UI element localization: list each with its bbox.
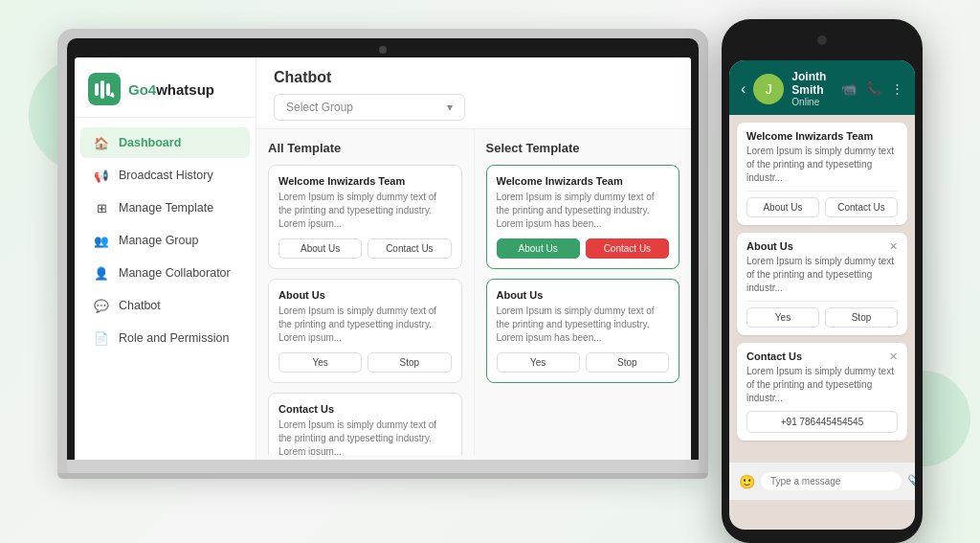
sidebar-nav: 🏠 Dashboard 📢 Broadcast History ⊞ Manage… xyxy=(75,118,256,363)
msg-title-about: About Us xyxy=(746,240,898,252)
sidebar-label-dashboard: Dashboard xyxy=(119,136,181,149)
selected-about-us-button[interactable]: About Us xyxy=(497,238,580,259)
sidebar-item-manage-collaborator[interactable]: 👤 Manage Collaborator xyxy=(80,258,250,288)
video-call-icon[interactable]: 📹 xyxy=(841,81,857,96)
template-card-contact[interactable]: Contact Us Lorem Ipsum is simply dummy t… xyxy=(268,393,462,455)
call-icon[interactable]: 📞 xyxy=(866,81,881,96)
phone-action-icons: 📹 📞 ⋮ xyxy=(841,81,903,96)
close-icon-contact[interactable]: ✕ xyxy=(889,351,898,363)
select-template-title: Select Template xyxy=(486,141,680,155)
stop-button[interactable]: Stop xyxy=(368,352,451,373)
broadcast-icon: 📢 xyxy=(94,168,109,183)
chatbot-icon: 💬 xyxy=(94,298,109,313)
all-template-title: All Template xyxy=(268,141,462,155)
yes-button[interactable]: Yes xyxy=(278,352,362,373)
sidebar-item-role-permission[interactable]: 📄 Role and Permission xyxy=(80,323,250,353)
logo-suffix: whatsup xyxy=(156,81,214,98)
back-icon[interactable]: ‹ xyxy=(741,80,746,98)
message-input[interactable] xyxy=(761,472,902,490)
selected-card-title-welcome: Welcome Inwizards Team xyxy=(497,175,670,187)
msg-title-welcome: Welcome Inwizards Team xyxy=(746,130,898,142)
avatar: J xyxy=(753,74,784,104)
select-group-label: Select Group xyxy=(286,101,353,114)
sidebar-item-manage-template[interactable]: ⊞ Manage Template xyxy=(80,192,250,223)
sidebar-item-chatbot[interactable]: 💬 Chatbot xyxy=(80,290,250,321)
msg-contact-us-btn[interactable]: Contact Us xyxy=(825,197,898,217)
close-icon[interactable]: ✕ xyxy=(889,240,898,253)
msg-body-welcome: Lorem Ipsum is simply dummy text of the … xyxy=(746,145,898,185)
svg-rect-2 xyxy=(100,80,104,99)
msg-about-us-btn[interactable]: About Us xyxy=(746,197,819,217)
selected-card-buttons-about: Yes Stop xyxy=(497,352,670,373)
msg-phone-btn[interactable]: +91 786445454545 xyxy=(746,411,898,433)
msg-yes-btn[interactable]: Yes xyxy=(746,307,819,328)
laptop-camera xyxy=(379,46,387,54)
logo-prefix: Go4 xyxy=(128,81,156,98)
phone-message-contact: ✕ Contact Us Lorem Ipsum is simply dummy… xyxy=(737,343,907,441)
template-card-welcome[interactable]: Welcome Inwizards Team Lorem Ipsum is si… xyxy=(268,165,462,269)
msg-title-contact: Contact Us xyxy=(746,351,898,362)
templates-area: All Template Welcome Inwizards Team Lore… xyxy=(256,129,691,455)
page-title: Chatbot xyxy=(274,69,674,86)
logo-text: Go4whatsup xyxy=(128,81,214,98)
emoji-icon[interactable]: 🙂 xyxy=(739,474,755,489)
phone-screen: ‹ J Jointh Smith Online 📹 📞 ⋮ xyxy=(729,60,915,530)
msg-buttons-welcome: About Us Contact Us xyxy=(746,191,898,217)
sidebar-item-broadcast-history[interactable]: 📢 Broadcast History xyxy=(80,160,250,191)
selected-card-welcome[interactable]: Welcome Inwizards Team Lorem Ipsum is si… xyxy=(486,165,680,269)
phone-message-about: ✕ About Us Lorem Ipsum is simply dummy t… xyxy=(737,233,907,335)
contact-name: Jointh Smith xyxy=(791,70,834,97)
main-header: Chatbot Select Group ▾ xyxy=(256,57,691,129)
msg-stop-btn[interactable]: Stop xyxy=(825,307,898,328)
phone-chat-area: Welcome Inwizards Team Lorem Ipsum is si… xyxy=(729,115,915,462)
sidebar-label-group: Manage Group xyxy=(119,234,198,247)
template-icon: ⊞ xyxy=(94,200,109,215)
more-options-icon[interactable]: ⋮ xyxy=(891,81,903,96)
card-body-about: Lorem Ipsum is simply dummy text of the … xyxy=(278,305,452,345)
msg-body-about: Lorem Ipsum is simply dummy text of the … xyxy=(746,255,898,295)
svg-rect-3 xyxy=(106,83,110,96)
role-icon: 📄 xyxy=(94,330,109,346)
collaborator-icon: 👤 xyxy=(94,265,109,281)
selected-contact-us-button[interactable]: Contact Us xyxy=(586,238,669,259)
select-group-dropdown[interactable]: Select Group ▾ xyxy=(274,94,465,121)
laptop: Go4whatsup 🏠 Dashboard 📢 Broadcast Histo… xyxy=(57,29,708,473)
main-content: Chatbot Select Group ▾ All Template xyxy=(256,57,691,460)
svg-rect-1 xyxy=(95,83,99,96)
sidebar-label-collaborator: Manage Collaborator xyxy=(119,266,231,280)
sidebar-label-role: Role and Permission xyxy=(119,331,229,345)
selected-card-body-welcome: Lorem Ipsum is simply dummy text of the … xyxy=(497,191,670,231)
laptop-wrapper: Go4whatsup 🏠 Dashboard 📢 Broadcast Histo… xyxy=(57,29,708,479)
selected-card-title-about: About Us xyxy=(497,289,670,301)
attach-icon[interactable]: 📎 xyxy=(907,474,915,489)
contact-us-button[interactable]: Contact Us xyxy=(368,238,451,259)
sidebar-item-dashboard[interactable]: 🏠 Dashboard xyxy=(80,127,250,158)
selected-yes-button[interactable]: Yes xyxy=(497,352,580,373)
sidebar-item-manage-group[interactable]: 👥 Manage Group xyxy=(80,225,250,256)
selected-card-body-about: Lorem Ipsum is simply dummy text of the … xyxy=(497,305,670,345)
group-icon: 👥 xyxy=(94,233,109,248)
phone-message-welcome: Welcome Inwizards Team Lorem Ipsum is si… xyxy=(737,123,907,225)
selected-card-buttons-welcome: About Us Contact Us xyxy=(497,238,670,259)
home-icon: 🏠 xyxy=(94,135,109,150)
chevron-down-icon: ▾ xyxy=(447,101,453,114)
laptop-base xyxy=(67,460,699,473)
card-title-welcome: Welcome Inwizards Team xyxy=(278,175,452,187)
card-buttons-about: Yes Stop xyxy=(278,352,452,373)
scene: Go4whatsup 🏠 Dashboard 📢 Broadcast Histo… xyxy=(0,0,980,543)
template-card-about[interactable]: About Us Lorem Ipsum is simply dummy tex… xyxy=(268,279,462,383)
laptop-foot xyxy=(57,473,708,479)
sidebar-label-broadcast: Broadcast History xyxy=(119,169,213,182)
msg-body-contact: Lorem Ipsum is simply dummy text of the … xyxy=(746,365,898,405)
about-us-button[interactable]: About Us xyxy=(278,238,362,259)
card-title-contact: Contact Us xyxy=(278,403,452,415)
phone-header: ‹ J Jointh Smith Online 📹 📞 ⋮ xyxy=(729,60,915,115)
phone-camera xyxy=(817,35,827,45)
phone-input-bar: 🙂 📎 📷 🎤 xyxy=(729,462,915,500)
laptop-screen: Go4whatsup 🏠 Dashboard 📢 Broadcast Histo… xyxy=(75,57,691,460)
contact-status: Online xyxy=(791,97,834,107)
selected-card-about[interactable]: About Us Lorem Ipsum is simply dummy tex… xyxy=(486,279,680,383)
sidebar-logo: Go4whatsup xyxy=(75,57,256,118)
all-template-col: All Template Welcome Inwizards Team Lore… xyxy=(256,129,475,455)
selected-stop-button[interactable]: Stop xyxy=(586,352,669,373)
